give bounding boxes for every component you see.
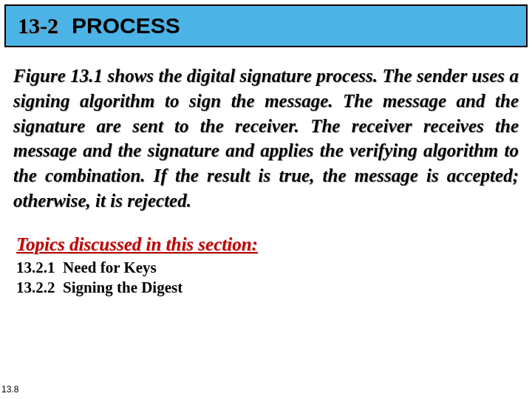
list-item: 13.2.2 Signing the Digest <box>16 278 519 298</box>
page-number: 13.8 <box>1 384 18 395</box>
topics-list: 13.2.1 Need for Keys 13.2.2 Signing the … <box>0 255 532 299</box>
section-title: PROCESS <box>72 13 180 38</box>
section-number: 13-2 <box>18 13 58 38</box>
list-item: 13.2.1 Need for Keys <box>16 258 519 278</box>
section-header: 13-2 PROCESS <box>4 4 528 47</box>
header-content: 13-2 PROCESS <box>18 13 514 38</box>
body-paragraph: Figure 13.1 shows the digital signature … <box>0 47 532 214</box>
topics-heading: Topics discussed in this section: <box>0 214 532 255</box>
